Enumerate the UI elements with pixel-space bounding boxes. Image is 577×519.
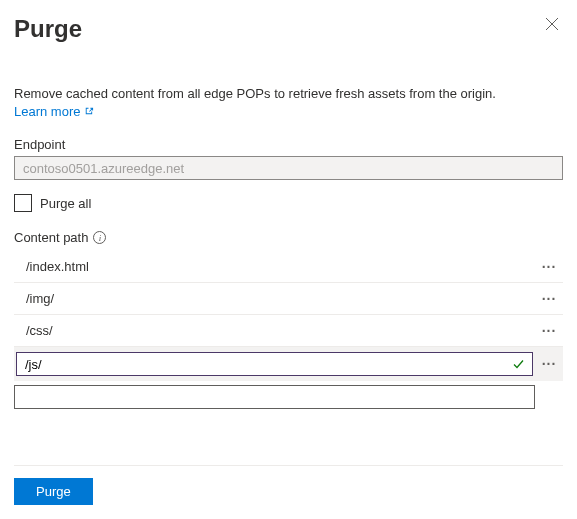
page-title: Purge <box>14 15 82 43</box>
path-row[interactable]: /index.html ··· <box>14 251 563 283</box>
path-row-active[interactable]: ··· <box>14 347 563 381</box>
external-link-icon <box>83 106 94 117</box>
learn-more-link[interactable]: Learn more <box>14 104 94 119</box>
content-path-list: /index.html ··· /img/ ··· /css/ ··· ··· <box>14 251 563 409</box>
close-button[interactable] <box>541 15 563 36</box>
description-text: Remove cached content from all edge POPs… <box>14 85 563 103</box>
close-icon <box>545 17 559 31</box>
path-input-empty[interactable] <box>14 385 535 409</box>
path-row[interactable]: /img/ ··· <box>14 283 563 315</box>
path-row[interactable]: /css/ ··· <box>14 315 563 347</box>
path-input[interactable] <box>16 352 533 376</box>
endpoint-label: Endpoint <box>14 137 563 152</box>
purge-all-checkbox[interactable] <box>14 194 32 212</box>
learn-more-label: Learn more <box>14 104 80 119</box>
path-value: /img/ <box>14 291 535 306</box>
content-path-label: Content path <box>14 230 88 245</box>
path-value: /css/ <box>14 323 535 338</box>
info-icon[interactable]: i <box>93 231 106 244</box>
endpoint-input[interactable] <box>14 156 563 180</box>
path-value: /index.html <box>14 259 535 274</box>
more-button[interactable]: ··· <box>535 323 563 339</box>
purge-button[interactable]: Purge <box>14 478 93 505</box>
purge-all-label: Purge all <box>40 196 91 211</box>
more-button[interactable]: ··· <box>535 356 563 372</box>
more-button[interactable]: ··· <box>535 291 563 307</box>
more-button[interactable]: ··· <box>535 259 563 275</box>
